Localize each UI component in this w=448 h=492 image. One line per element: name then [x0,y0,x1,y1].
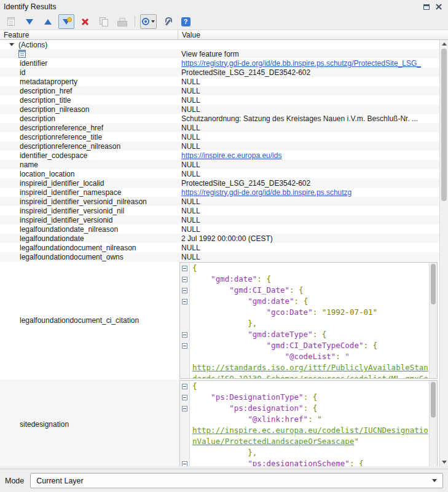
code-line: "ps:designation": { [192,403,429,414]
table-row[interactable]: (Actions) [0,40,448,49]
table-row[interactable]: idProtectedSite_LSG_2145_DE3542-602 [0,68,448,77]
feature-name: id [20,68,25,77]
code-line: { [192,263,429,274]
table-row[interactable]: description_titleNULL [0,95,448,105]
value-link[interactable]: https://registry.gdi-de.org/id/de.bb.ins… [181,59,421,68]
table-row[interactable]: description_hrefNULL [0,86,448,95]
table-row[interactable]: identifierhttps://registry.gdi-de.org/id… [0,58,448,68]
table-header[interactable]: Feature Value [0,30,448,40]
table-row[interactable]: inspireid_identifier_versionid_nilNULL [0,206,448,215]
fold-marker-icon[interactable] [182,288,187,293]
table-row[interactable]: location_locationNULL [0,169,448,178]
fold-marker-icon[interactable] [182,461,187,467]
clear-results-button[interactable] [77,14,93,29]
table-row[interactable]: descriptionreference_nilreasonNULL [0,141,448,151]
feature-form-icon[interactable] [18,50,26,58]
open-form-button[interactable] [3,14,19,29]
form-icon [7,17,15,26]
feature-cell: identifier_codespace [0,151,178,160]
editor-scrollbar-thumb[interactable] [431,264,436,304]
table-row[interactable]: metadatapropertyNULL [0,77,448,86]
table-row[interactable]: descriptionSchutzanordnung: Satzung des … [0,114,448,123]
table-row[interactable]: inspireid_identifier_versionid_nilreason… [0,197,448,206]
value-text: NULL [181,105,200,114]
scroll-down-icon[interactable] [440,458,448,466]
float-button[interactable] [421,2,432,12]
feature-name: identifier [20,59,47,68]
expand-tree-button[interactable] [22,14,37,29]
code-area[interactable]: { "gmd:date": { "gmd:CI_Date": { "gmd:da… [190,263,429,378]
expand-new-results-button[interactable] [58,14,74,29]
scrollbar-thumb[interactable] [441,49,447,201]
clear-results-icon [81,18,89,26]
feature-cell: legalfoundationdate [0,234,178,243]
editor-scrollbar[interactable] [429,263,437,378]
editor-scrollbar-thumb[interactable] [431,382,436,418]
code-line: "ps:designationScheme": { [192,458,429,466]
identify-mode-button[interactable] [140,14,157,29]
identify-settings-button[interactable] [159,14,175,29]
table-row[interactable]: sitedesignation{ "ps:DesignationType": {… [0,379,448,466]
fold-marker-icon[interactable] [182,266,187,271]
results-scrollbar[interactable] [439,40,448,466]
fold-marker-icon[interactable] [182,343,187,349]
feature-cell: inspireid_identifier_versionid_nil [0,206,178,215]
feature-name: descriptionreference_title [20,133,102,141]
gutter-line [180,274,189,285]
float-icon [423,4,430,10]
table-row[interactable]: View feature form [0,49,448,58]
mode-combobox[interactable]: Current Layer [30,473,443,488]
feature-name: legalfoundationdocument_owns [20,253,124,261]
table-row[interactable]: description_nilreasonNULL [0,105,448,114]
gutter-line [180,436,189,447]
json-editor-legalfoundationdocument_ci_citation[interactable]: { "gmd:date": { "gmd:CI_Date": { "gmd:da… [179,262,438,379]
fold-marker-icon[interactable] [182,277,187,282]
mode-combobox-value: Current Layer [36,477,428,485]
print-response-button[interactable] [114,14,130,29]
scroll-up-icon[interactable] [440,40,448,48]
editor-scrollbar[interactable] [429,381,437,466]
table-row[interactable]: legalfoundationdocument_nilreasonNULL [0,243,448,252]
table-row[interactable]: descriptionreference_titleNULL [0,132,448,141]
feature-name: inspireid_identifier_versionid [20,216,112,224]
fold-marker-icon[interactable] [182,406,187,411]
value-cell: NULL [178,160,448,169]
fold-marker-icon[interactable] [182,299,187,304]
scrollbar-track[interactable] [440,48,448,458]
fold-marker-icon[interactable] [182,384,187,389]
feature-name: descriptionreference_href [20,124,103,132]
fold-marker-icon[interactable] [182,332,187,338]
value-link[interactable]: https://registry.gdi-de.org/id/de.bb.ins… [181,188,352,197]
fold-marker-icon[interactable] [182,395,187,400]
close-button[interactable] [433,2,444,12]
mode-bar: Mode Current Layer [0,469,448,492]
table-row[interactable]: legalfoundationdocument_ci_citation{ "gm… [0,261,448,379]
table-row[interactable]: legalfoundationdocument_ownsNULL [0,252,448,261]
column-header-value[interactable]: Value [178,30,448,39]
collapse-tree-button[interactable] [40,14,56,29]
code-area[interactable]: { "ps:DesignationType": { "ps:designatio… [190,381,429,466]
column-header-feature[interactable]: Feature [0,30,178,39]
table-row[interactable]: descriptionreference_hrefNULL [0,123,448,132]
feature-cell: location_location [0,169,178,178]
value-text: NULL [181,133,200,141]
value-text: ProtectedSite_LSG_2145_DE3542-602 [181,68,310,77]
value-cell: https://inspire.ec.europa.eu/ids [178,151,448,160]
panel-titlebar[interactable]: Identify Results [0,0,448,14]
feature-cell: sitedesignation [0,379,178,466]
value-link[interactable]: https://inspire.ec.europa.eu/ids [181,151,281,160]
help-button[interactable] [178,14,194,29]
copy-feature-button[interactable] [95,14,111,29]
json-editor-sitedesignation[interactable]: { "ps:DesignationType": { "ps:designatio… [179,380,438,466]
collapse-arrow-icon[interactable] [9,43,14,46]
feature-name: location_location [20,170,74,178]
table-row[interactable]: inspireid_identifier_localidProtectedSit… [0,178,448,188]
table-row[interactable]: legalfoundationdate2 Jul 1992 00:00:00 (… [0,234,448,243]
table-row[interactable]: legalfoundationdate_nilreasonNULL [0,224,448,234]
table-row[interactable]: identifier_codespacehttps://inspire.ec.e… [0,151,448,160]
code-line: "gmd:date": { [192,274,429,285]
table-row[interactable]: inspireid_identifier_versionidNULL [0,215,448,224]
table-row[interactable]: nameNULL [0,160,448,169]
table-row[interactable]: inspireid_identifier_namespacehttps://re… [0,188,448,197]
view-feature-form-action[interactable]: View feature form [181,50,239,58]
